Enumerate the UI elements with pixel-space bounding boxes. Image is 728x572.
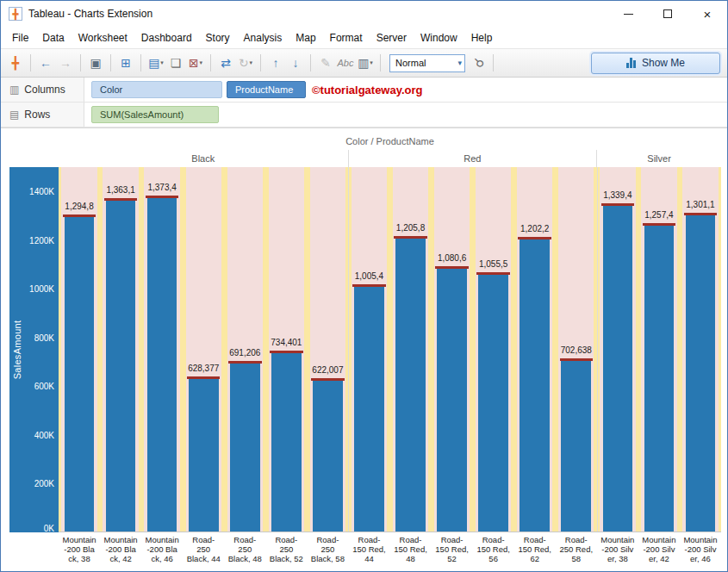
bar-column: 1,202,2 xyxy=(514,167,556,532)
y-axis-tick: 1200K xyxy=(29,235,54,245)
bar-column: 1,373,4 xyxy=(141,167,183,532)
clear-sheet-icon[interactable]: ⊠▾ xyxy=(186,53,205,72)
y-axis-tick: 1400K xyxy=(29,187,54,196)
bar-value-label: 1,294,8 xyxy=(65,202,93,211)
x-axis-label: Road-150 Red,62 xyxy=(514,532,556,570)
show-me-button[interactable]: Show Me xyxy=(591,53,720,74)
column-header-red: Red xyxy=(348,150,597,167)
bar-cap-icon xyxy=(394,236,426,239)
bar-column: 734,401 xyxy=(265,167,307,532)
bar[interactable] xyxy=(437,269,467,532)
window-title: Tableau - Charts Extension xyxy=(28,8,152,20)
bar[interactable] xyxy=(271,353,302,532)
menu-analysis[interactable]: Analysis xyxy=(237,29,289,47)
y-axis-tick: 600K xyxy=(34,382,54,391)
new-worksheet-icon[interactable]: ▤▾ xyxy=(146,53,165,72)
dropdown-caret-icon: ▾ xyxy=(200,59,203,66)
menu-server[interactable]: Server xyxy=(370,29,414,47)
pill-color[interactable]: Color xyxy=(91,81,222,98)
view-mode-select[interactable]: Normal ▾ xyxy=(389,54,465,72)
rows-shelf-field[interactable]: SUM(SalesAmount) xyxy=(84,103,727,127)
save-icon[interactable]: ▣ xyxy=(86,53,105,72)
menu-story[interactable]: Story xyxy=(199,29,237,47)
bar-column: 1,339,4 xyxy=(597,167,638,532)
x-axis-label: Road-250 Red,58 xyxy=(556,532,597,570)
worksheet-view: Color / ProductName BlackRedSilver Sales… xyxy=(1,128,727,570)
column-header-silver: Silver xyxy=(596,150,721,167)
duplicate-sheet-icon[interactable]: ❏ xyxy=(166,53,185,72)
bar-value-label: 734,401 xyxy=(271,338,302,347)
y-axis-tick: 400K xyxy=(34,430,54,439)
bar-value-label: 702,638 xyxy=(561,345,592,355)
bar-cap-icon xyxy=(601,203,634,206)
y-axis-tick: 0K xyxy=(44,523,54,532)
bar-chart-icon xyxy=(626,58,636,68)
sort-ascending-icon[interactable]: ↑ xyxy=(266,53,285,72)
pin-icon[interactable]: ⚲ xyxy=(470,53,488,72)
bar[interactable] xyxy=(644,226,675,532)
sort-descending-icon[interactable]: ↓ xyxy=(286,53,305,72)
columns-icon: ▥ xyxy=(9,84,19,96)
bar-column: 1,205,8 xyxy=(390,167,432,532)
toolbar-separator xyxy=(493,54,494,72)
maximize-icon xyxy=(663,9,672,18)
bar-value-label: 1,202,2 xyxy=(520,224,549,233)
y-axis-tick: 200K xyxy=(34,479,54,488)
column-header-black: Black xyxy=(59,150,348,167)
toolbar-icons: ╋←→▣⊞▤▾❏⊠▾⇄↻▾↑↓✎Abc▥▾ xyxy=(6,53,385,72)
plot-area[interactable]: 1,294,81,363,11,373,4628,377691,206734,4… xyxy=(59,167,721,532)
bar[interactable] xyxy=(478,275,508,532)
bar-value-label: 622,007 xyxy=(312,365,343,375)
undo-icon[interactable]: ← xyxy=(36,53,55,72)
rows-shelf[interactable]: ▤ Rows SUM(SalesAmount) xyxy=(1,103,727,127)
redo-icon[interactable]: → xyxy=(56,53,75,72)
menu-window[interactable]: Window xyxy=(414,29,464,47)
refresh-icon[interactable]: ↻▾ xyxy=(236,53,255,72)
bar-cap-icon xyxy=(311,378,344,381)
columns-shelf[interactable]: ▥ Columns Color ProductName ©tutorialgat… xyxy=(1,78,727,103)
menu-worksheet[interactable]: Worksheet xyxy=(72,29,134,47)
close-button[interactable]: × xyxy=(688,1,727,27)
highlight-icon[interactable]: ✎ xyxy=(316,53,335,72)
plot-row: SalesAmount 0K200K400K600K800K1000K1200K… xyxy=(9,167,721,532)
x-axis-label: Road-150 Red,48 xyxy=(390,532,432,570)
new-data-source-icon[interactable]: ⊞ xyxy=(116,53,135,72)
y-axis[interactable]: SalesAmount 0K200K400K600K800K1000K1200K… xyxy=(9,167,59,532)
menu-format[interactable]: Format xyxy=(323,29,370,47)
minimize-button[interactable] xyxy=(608,1,648,27)
bar[interactable] xyxy=(313,381,343,532)
text-format-icon[interactable]: Abc xyxy=(336,53,355,72)
menu-help[interactable]: Help xyxy=(464,29,500,47)
y-axis-title: SalesAmount xyxy=(12,320,22,380)
x-axis-label: Mountain-200 Silver, 38 xyxy=(597,532,638,570)
bar-value-label: 1,301,1 xyxy=(686,200,714,209)
x-axis-label: Road-150 Red,44 xyxy=(348,532,389,570)
bar-cap-icon xyxy=(560,358,593,361)
menu-map[interactable]: Map xyxy=(289,29,322,47)
swap-rows-columns-icon[interactable]: ⇄ xyxy=(216,53,235,72)
bar[interactable] xyxy=(561,361,591,532)
maximize-button[interactable] xyxy=(648,1,688,27)
x-axis-labels: Mountain-200 Black, 38Mountain-200 Black… xyxy=(59,532,721,570)
dropdown-caret-icon: ▾ xyxy=(250,59,253,66)
bar[interactable] xyxy=(354,287,384,532)
pill-productname[interactable]: ProductName xyxy=(227,81,306,98)
menu-data[interactable]: Data xyxy=(35,29,71,47)
bar[interactable] xyxy=(65,217,95,532)
bar[interactable] xyxy=(106,201,136,532)
bar-column: 691,206 xyxy=(224,167,265,532)
menu-dashboard[interactable]: Dashboard xyxy=(134,29,199,47)
bar[interactable] xyxy=(395,239,426,532)
bar[interactable] xyxy=(147,198,177,532)
bar[interactable] xyxy=(520,239,550,532)
tableau-logo-icon[interactable]: ╋ xyxy=(6,53,25,72)
pill-sum-salesamount[interactable]: SUM(SalesAmount) xyxy=(91,106,219,123)
bar[interactable] xyxy=(189,379,219,532)
chevron-down-icon: ▾ xyxy=(457,59,462,67)
bar[interactable] xyxy=(230,364,260,532)
menu-file[interactable]: File xyxy=(5,29,35,47)
bar[interactable] xyxy=(603,206,633,532)
columns-shelf-field[interactable]: Color ProductName ©tutorialgateway.org xyxy=(84,78,727,102)
bar[interactable] xyxy=(686,215,716,532)
mark-labels-icon[interactable]: ▥▾ xyxy=(356,53,375,72)
